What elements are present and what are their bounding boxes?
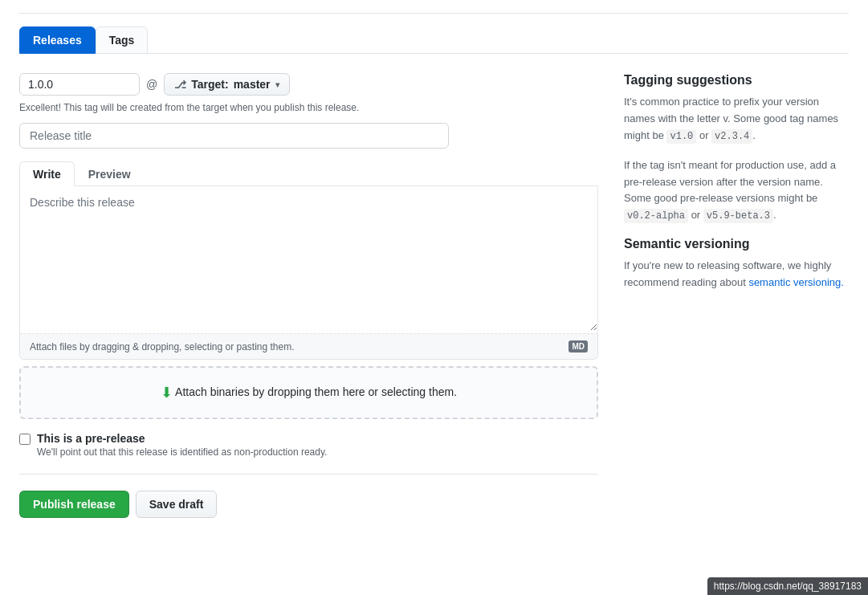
at-symbol: @	[146, 78, 157, 91]
tagging-code-2: v2.3.4	[711, 129, 752, 144]
editor-area: Attach files by dragging & dropping, sel…	[19, 186, 598, 360]
tab-preview[interactable]: Preview	[75, 161, 145, 186]
tagging-text-6: .	[773, 209, 776, 221]
top-tabs: Releases Tags	[19, 26, 849, 54]
tagging-text-2: or	[696, 129, 711, 141]
tag-hint: Excellent! This tag will be created from…	[19, 102, 598, 113]
tagging-suggestions-text-2: If the tag isn't meant for production us…	[624, 157, 849, 225]
save-draft-button[interactable]: Save draft	[136, 491, 218, 518]
tagging-text-5: or	[688, 209, 703, 221]
tagging-text-3: .	[752, 129, 756, 141]
semantic-versioning-text: If you're new to releasing software, we …	[624, 258, 849, 291]
attach-binaries-text: Attach binaries by dropping them here or…	[175, 385, 457, 398]
tab-write[interactable]: Write	[19, 161, 75, 186]
tagging-suggestions-title: Tagging suggestions	[624, 73, 849, 88]
release-title-input[interactable]	[19, 123, 449, 149]
publish-release-button[interactable]: Publish release	[19, 491, 129, 518]
target-branch-name: master	[234, 78, 271, 91]
chevron-down-icon: ▾	[275, 80, 279, 89]
editor-footer: Attach files by dragging & dropping, sel…	[20, 333, 597, 359]
release-description-textarea[interactable]	[20, 186, 597, 331]
semantic-versioning-link[interactable]: semantic versioning.	[748, 276, 844, 288]
tagging-code-3: v0.2-alpha	[624, 209, 688, 223]
attach-hint-text: Attach files by dragging & dropping, sel…	[30, 341, 295, 353]
left-column: @ ⎇ Target: master ▾ Excellent! This tag…	[19, 73, 598, 518]
download-arrow-icon: ⬇	[161, 385, 173, 401]
pre-release-checkbox[interactable]	[19, 434, 31, 445]
action-buttons: Publish release Save draft	[19, 491, 598, 518]
branch-icon: ⎇	[174, 79, 186, 91]
pre-release-label: This is a pre-release	[37, 432, 327, 445]
right-column: Tagging suggestions It's common practice…	[624, 73, 849, 518]
tagging-code-1: v1.0	[666, 129, 696, 144]
target-label: Target:	[191, 78, 228, 91]
attach-binaries-area[interactable]: ⬇ Attach binaries by dropping them here …	[19, 366, 598, 419]
tag-row: @ ⎇ Target: master ▾	[19, 73, 598, 96]
markdown-icon: MD	[568, 340, 588, 353]
tagging-suggestions-text-1: It's common practice to prefix your vers…	[624, 94, 849, 145]
target-branch-button[interactable]: ⎇ Target: master ▾	[164, 73, 289, 96]
tagging-text-4: If the tag isn't meant for production us…	[624, 159, 836, 205]
pre-release-row: This is a pre-release We'll point out th…	[19, 432, 598, 475]
tag-version-input[interactable]	[19, 73, 140, 96]
pre-release-label-group: This is a pre-release We'll point out th…	[37, 432, 327, 458]
pre-release-hint: We'll point out that this release is ide…	[37, 446, 327, 458]
main-layout: @ ⎇ Target: master ▾ Excellent! This tag…	[19, 73, 849, 518]
tagging-code-4: v5.9-beta.3	[703, 209, 773, 223]
editor-tabs: Write Preview	[19, 161, 598, 186]
tab-tags[interactable]: Tags	[96, 26, 149, 54]
tab-releases[interactable]: Releases	[19, 26, 96, 54]
semantic-versioning-title: Semantic versioning	[624, 237, 849, 251]
